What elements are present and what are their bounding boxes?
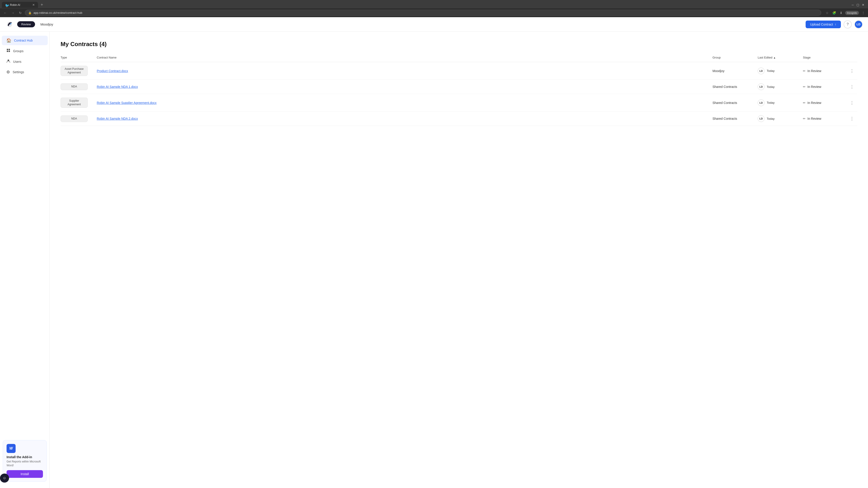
stage-cell: ✏ In Review [803, 101, 848, 105]
feedback-bubble[interactable]: ☺ [0, 474, 9, 483]
back-button[interactable]: ← [2, 10, 8, 15]
maximize-button[interactable]: ▢ [857, 3, 859, 6]
col-header-type: Type [61, 56, 97, 59]
col-header-name: Contract Name [97, 56, 712, 59]
sidebar-item-contract-hub[interactable]: 🏠 Contract Hub [2, 36, 48, 45]
upload-icon: ↑ [835, 23, 836, 26]
contract-link[interactable]: Robin AI Sample Supplier Agreement.docx [97, 101, 157, 105]
minimize-button[interactable]: ─ [852, 3, 854, 6]
name-cell: Robin AI Sample NDA 1.docx [97, 85, 712, 89]
svg-rect-1 [7, 49, 8, 50]
upload-contract-button[interactable]: Upload Contract ↑ [806, 21, 841, 28]
group-cell: Moodjoy [712, 69, 758, 73]
type-badge: NDA [61, 84, 88, 90]
workspace-name: Moodjoy [40, 22, 53, 26]
sort-arrow-icon: ▲ [773, 56, 776, 59]
stage-cell: ✏ In Review [803, 85, 848, 89]
more-actions-button[interactable]: ⋮ [848, 68, 856, 74]
tab-title: Robin AI [10, 3, 31, 6]
address-bar[interactable]: 🔒 app.robinai.co.uk/review/contract-hub [25, 10, 821, 16]
actions-cell: ⋮ [848, 68, 857, 74]
contract-link[interactable]: Robin AI Sample NDA 2.docx [97, 117, 138, 121]
install-button[interactable]: Install [6, 470, 43, 478]
feedback-icon: ☺ [3, 476, 6, 480]
name-cell: Robin AI Sample Supplier Agreement.docx [97, 101, 712, 105]
col-header-last-edited[interactable]: Last Edited ▲ [758, 56, 803, 59]
group-cell: Shared Contracts [712, 85, 758, 89]
col-header-group: Group [712, 56, 758, 59]
tab-close-button[interactable]: ✕ [32, 3, 35, 6]
addon-desc: Get Reports within Microsoft Word! [6, 460, 43, 467]
help-button[interactable]: ? [844, 20, 852, 29]
sidebar-item-users[interactable]: Users [2, 57, 48, 66]
content-area: My Contracts (4) Type Contract Name Grou… [50, 32, 868, 488]
logo [5, 20, 13, 29]
type-cell: NDA [61, 116, 97, 122]
svg-rect-4 [8, 51, 10, 52]
group-cell: Shared Contracts [712, 117, 758, 121]
new-tab-button[interactable]: + [39, 2, 45, 8]
active-tab[interactable]: 🐦 Robin AI ✕ [2, 2, 38, 8]
browser-menu-button[interactable]: ⋮ [861, 10, 866, 15]
type-cell: Asset Purchase Agreement [61, 66, 97, 76]
sidebar-item-label: Contract Hub [14, 39, 33, 42]
sidebar-item-label: Groups [13, 49, 24, 53]
settings-icon: ⚙ [6, 70, 10, 74]
more-actions-button[interactable]: ⋮ [848, 99, 856, 106]
contract-link[interactable]: Robin AI Sample NDA 1.docx [97, 85, 138, 89]
bookmark-button[interactable]: ☆ [825, 10, 830, 15]
edit-date: Today [767, 117, 775, 121]
incognito-badge: Incognito [845, 11, 859, 15]
sidebar: 🏠 Contract Hub Groups Users ⚙ Settings [0, 32, 50, 488]
avatar-badge: LD [758, 99, 765, 106]
actions-cell: ⋮ [848, 84, 857, 90]
word-icon: W [6, 444, 16, 453]
last-edited-cell: LD Today [758, 68, 803, 74]
tab-favicon: 🐦 [5, 3, 8, 6]
close-window-button[interactable]: ✕ [862, 3, 864, 6]
type-badge: NDA [61, 116, 88, 122]
more-actions-button[interactable]: ⋮ [848, 115, 856, 122]
col-header-actions [848, 56, 857, 59]
last-edited-cell: LD Today [758, 99, 803, 106]
type-cell: Supplier Agreement [61, 98, 97, 108]
review-button[interactable]: Review [17, 21, 35, 27]
edit-icon: ✏ [803, 101, 806, 105]
table-header: Type Contract Name Group Last Edited ▲ S… [61, 54, 857, 62]
sidebar-item-label: Users [13, 60, 22, 64]
edit-date: Today [767, 85, 775, 89]
more-actions-button[interactable]: ⋮ [848, 84, 856, 90]
contracts-table: Type Contract Name Group Last Edited ▲ S… [61, 54, 857, 126]
nav-right: Upload Contract ↑ ? LD [806, 20, 863, 29]
edit-icon: ✏ [803, 117, 806, 121]
groups-icon [6, 48, 10, 54]
table-row: Supplier Agreement Robin AI Sample Suppl… [61, 94, 857, 111]
sidebar-item-groups[interactable]: Groups [2, 46, 48, 56]
home-icon: 🏠 [6, 38, 11, 43]
extension-button[interactable]: 🧩 [831, 10, 837, 15]
stage-cell: ✏ In Review [803, 69, 848, 73]
group-cell: Shared Contracts [712, 101, 758, 105]
avatar-badge: LD [758, 84, 765, 90]
avatar[interactable]: LD [855, 20, 863, 29]
table-row: NDA Robin AI Sample NDA 2.docx Shared Co… [61, 111, 857, 126]
edit-date: Today [767, 69, 775, 72]
forward-button[interactable]: → [10, 10, 16, 15]
table-row: NDA Robin AI Sample NDA 1.docx Shared Co… [61, 80, 857, 94]
svg-rect-3 [7, 51, 8, 52]
type-badge: Asset Purchase Agreement [61, 66, 88, 76]
download-button[interactable]: ⬇ [839, 10, 843, 15]
actions-cell: ⋮ [848, 115, 857, 122]
col-header-stage: Stage [803, 56, 848, 59]
name-cell: Product Contract.docx [97, 69, 712, 73]
table-row: Asset Purchase Agreement Product Contrac… [61, 62, 857, 80]
url-text: app.robinai.co.uk/review/contract-hub [33, 11, 82, 14]
svg-rect-2 [8, 49, 10, 50]
edit-icon: ✏ [803, 69, 806, 73]
last-edited-cell: LD Today [758, 115, 803, 122]
type-badge: Supplier Agreement [61, 98, 88, 108]
sidebar-item-settings[interactable]: ⚙ Settings [2, 67, 48, 77]
contract-link[interactable]: Product Contract.docx [97, 69, 128, 73]
avatar-badge: LD [758, 68, 765, 74]
refresh-button[interactable]: ↻ [18, 10, 23, 15]
